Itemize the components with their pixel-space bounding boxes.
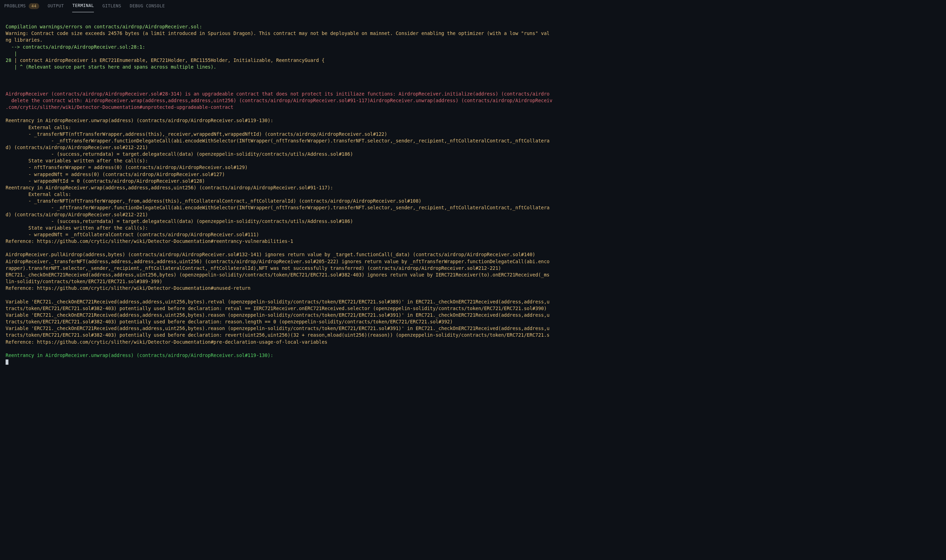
- tab-gitlens-label: GITLENS: [102, 3, 121, 9]
- warning-line: ng libraries.: [6, 37, 43, 43]
- tab-terminal[interactable]: TERMINAL: [72, 0, 94, 12]
- tab-problems[interactable]: PROBLEMS 44: [4, 0, 39, 12]
- detail-line: External calls:: [6, 125, 71, 130]
- tab-terminal-label: TERMINAL: [72, 3, 94, 9]
- predeclaration: tracts/token/ERC721/ERC721.sol#382-403) …: [6, 332, 549, 338]
- detail-line: - wrappedNftId = 0 (contracts/airdrop/Ai…: [6, 178, 205, 184]
- detail-line: - (success,returndata) = target.delegate…: [6, 218, 353, 224]
- tab-gitlens[interactable]: GITLENS: [102, 0, 121, 12]
- terminal-cursor: [6, 360, 8, 365]
- caret-note: | ^ (Relevant source part starts here an…: [6, 64, 216, 70]
- source-line: | contract AirdropReceiver is ERC721Enum…: [11, 57, 324, 63]
- predeclaration: Variable 'ERC721._checkOnERC721Received(…: [6, 326, 549, 331]
- predeclaration: Variable 'ERC721._checkOnERC721Received(…: [6, 299, 549, 305]
- predeclaration: tracts/token/ERC721/ERC721.sol#382-403) …: [6, 306, 546, 311]
- tab-problems-label: PROBLEMS: [4, 3, 26, 9]
- file-pointer: --> contracts/airdrop/AirdropReceiver.so…: [6, 44, 145, 50]
- predeclaration: Variable 'ERC721._checkOnERC721Received(…: [6, 312, 549, 318]
- unused-return: AirdropReceiver.pullAirdrop(address,byte…: [6, 252, 536, 257]
- tab-output[interactable]: OUTPUT: [48, 0, 64, 12]
- predeclaration: tracts/token/ERC721/ERC721.sol#382-403) …: [6, 319, 453, 325]
- gutter-line: |: [6, 51, 17, 56]
- detail-line: External calls:: [6, 191, 71, 197]
- detail-line: d) (contracts/airdrop/AirdropReceiver.so…: [6, 212, 148, 217]
- error-upgradeable: delete the contract with: AirdropReceive…: [6, 98, 552, 103]
- reference-line: Reference: https://github.com/crytic/sli…: [6, 238, 293, 244]
- detail-line: - wrappedNft = address(0) (contracts/air…: [6, 171, 225, 177]
- tab-debug-label: DEBUG CONSOLE: [130, 3, 165, 9]
- detail-line: - _transferNFT(nftTransferWrapper,_from,…: [6, 198, 421, 204]
- reentrancy-header: Reentrancy in AirdropReceiver.unwrap(add…: [6, 118, 273, 123]
- detail-line: - (success,returndata) = target.delegate…: [6, 151, 353, 157]
- reference-line: Reference: https://github.com/crytic/sli…: [6, 285, 250, 291]
- line-number: 28: [6, 57, 11, 63]
- reentrancy-header: Reentrancy in AirdropReceiver.wrap(addre…: [6, 185, 333, 191]
- compile-header: Compilation warnings/errors on contracts…: [6, 24, 202, 29]
- detail-line: - wrappedNft = _nftCollateralContract (c…: [6, 232, 259, 237]
- detail-line: - _nftTransferWrapper.functionDelegateCa…: [6, 205, 549, 210]
- terminal-output[interactable]: Compilation warnings/errors on contracts…: [0, 12, 946, 369]
- reentrancy-header: Reentrancy in AirdropReceiver.unwrap(add…: [6, 352, 273, 358]
- tab-debug-console[interactable]: DEBUG CONSOLE: [130, 0, 165, 12]
- detail-line: - nftTransferWrapper = address(0) (contr…: [6, 165, 248, 170]
- unused-return: lin-solidity/contracts/token/ERC721/ERC7…: [6, 278, 162, 284]
- detail-line: - _nftTransferWrapper.functionDelegateCa…: [6, 138, 549, 143]
- detail-line: State variables written after the call(s…: [6, 158, 148, 163]
- tab-output-label: OUTPUT: [48, 3, 64, 9]
- detail-line: State variables written after the call(s…: [6, 225, 148, 231]
- reference-line: Reference: https://github.com/crytic/sli…: [6, 339, 327, 345]
- detail-line: d) (contracts/airdrop/AirdropReceiver.so…: [6, 145, 148, 150]
- unused-return: AirdropReceiver._transferNFT(address,add…: [6, 258, 549, 264]
- error-upgradeable: AirdropReceiver (contracts/airdrop/Airdr…: [6, 91, 549, 97]
- warning-line: Warning: Contract code size exceeds 2457…: [6, 31, 549, 36]
- error-upgradeable: .com/crytic/slither/wiki/Detector-Docume…: [6, 104, 233, 110]
- panel-tabs: PROBLEMS 44 OUTPUT TERMINAL GITLENS DEBU…: [0, 0, 946, 12]
- unused-return: rapper).transferNFT.selector,_sender,_re…: [6, 265, 501, 271]
- detail-line: - _transferNFT(nftTransferWrapper,addres…: [6, 131, 387, 137]
- problems-count-badge: 44: [29, 3, 39, 9]
- unused-return: ERC721._checkOnERC721Received(address,ad…: [6, 272, 549, 278]
